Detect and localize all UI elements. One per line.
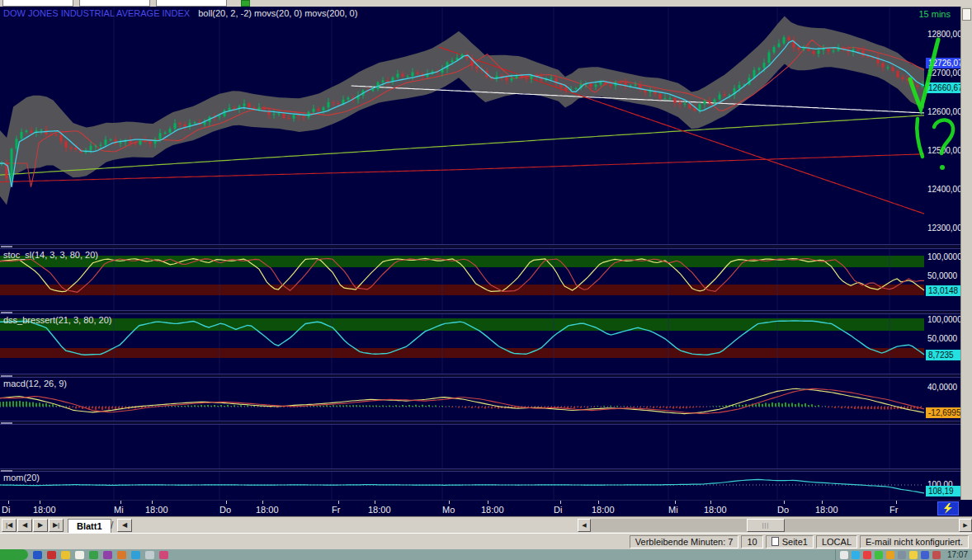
tab-divider: / — [111, 520, 113, 531]
x-axis-label: 18:00 — [368, 505, 391, 515]
panel-splitter[interactable] — [0, 468, 960, 472]
app-icon[interactable] — [61, 551, 70, 559]
macd-histogram — [0, 401, 921, 410]
time-axis: Di18:00Mi18:00Do18:00Fr18:00Mo18:00Di18:… — [0, 500, 960, 516]
tray-icon[interactable] — [909, 551, 918, 559]
stochastic-panel[interactable]: stoc_sl(14, 3, 3, 80, 20) — [0, 249, 960, 310]
chart-title-row: DOW JONES INDUSTRIAL AVERAGE INDEX boll(… — [3, 8, 357, 18]
sheet-tab-bar: |◀ ◀ ▶ ▶| Blatt1 / ◀ ◀ ||| ▶ — [0, 516, 972, 533]
tray-icon[interactable] — [863, 551, 871, 559]
dss-bressert-label: dss_bressert(21, 3, 80, 20) — [3, 315, 111, 325]
x-axis-tick — [226, 501, 227, 504]
x-axis-label: Fr — [332, 505, 340, 515]
x-axis-tick — [675, 501, 676, 504]
prev-sheet-button[interactable]: ◀ — [17, 519, 32, 532]
x-axis-tick — [262, 501, 263, 504]
macd-panel[interactable]: macd(12, 26, 9) — [0, 378, 960, 421]
lightning-button[interactable] — [937, 501, 959, 515]
app-icon[interactable] — [33, 551, 42, 559]
x-axis-label: 18:00 — [592, 505, 615, 515]
dss-bressert-panel[interactable]: dss_bressert(21, 3, 80, 20) — [0, 314, 960, 374]
momentum-panel[interactable]: mom(20) — [0, 472, 960, 500]
status-bar: Verbleibende Minuten: 710Seite1LOCALE-ma… — [0, 533, 972, 549]
panel-empty-canvas — [0, 425, 926, 468]
scroll-left-arrow-icon[interactable]: ◀ — [578, 519, 591, 532]
horizontal-scrollbar-thumb[interactable]: ||| — [747, 519, 785, 532]
tray-icon[interactable] — [898, 551, 906, 559]
toolbar-clipped — [0, 0, 972, 7]
x-axis-label: Mi — [668, 505, 678, 515]
app-icon[interactable] — [159, 551, 168, 559]
x-axis-tick — [710, 501, 711, 504]
scroll-right-arrow-icon[interactable]: ▶ — [959, 519, 972, 532]
windows-taskbar: 17:07 — [0, 549, 972, 560]
empty-indicator-panel[interactable] — [0, 425, 960, 468]
toolbar-dropdown[interactable] — [79, 0, 150, 7]
tray-icon[interactable] — [840, 551, 848, 559]
status-email: E-mail nicht konfiguriert. — [860, 535, 969, 548]
toolbar-dropdown[interactable] — [2, 0, 73, 7]
horizontal-scrollbar[interactable]: ◀ ||| ▶ — [578, 519, 972, 532]
x-axis-label: Di — [554, 505, 562, 515]
main-chart-canvas — [0, 7, 926, 244]
x-axis-tick — [560, 501, 561, 504]
tray-icon[interactable] — [852, 551, 860, 559]
x-axis-label: 18:00 — [815, 505, 838, 515]
page-icon — [771, 537, 779, 546]
x-axis-tick — [152, 501, 153, 504]
app-icon[interactable] — [131, 551, 140, 559]
tray-icon[interactable] — [921, 551, 929, 559]
toolbar-green-button[interactable] — [241, 0, 250, 7]
x-axis-label: 18:00 — [256, 505, 279, 515]
x-axis-label: Do — [777, 505, 789, 515]
main-chart-panel[interactable]: DOW JONES INDUSTRIAL AVERAGE INDEX boll(… — [0, 7, 960, 244]
taskbar-clock: 17:07 — [947, 550, 968, 559]
system-tray: 17:07 — [835, 549, 972, 560]
start-button[interactable] — [0, 549, 28, 560]
app-icon[interactable] — [117, 551, 126, 559]
x-axis-label: 18:00 — [704, 505, 727, 515]
x-axis-label: Do — [219, 505, 231, 515]
panel-mom-canvas — [0, 472, 926, 500]
stochastic-label: stoc_sl(14, 3, 3, 80, 20) — [3, 250, 98, 260]
tab-scroll-left-button[interactable]: ◀ — [117, 519, 132, 532]
x-axis-label: Mo — [442, 505, 455, 515]
threshold-zone — [0, 318, 924, 331]
app-icon[interactable] — [145, 551, 154, 559]
next-sheet-button[interactable]: ▶ — [33, 519, 48, 532]
tray-icon[interactable] — [886, 551, 894, 559]
x-axis-tick — [784, 501, 785, 504]
status-number: 10 — [741, 535, 762, 548]
panel-stoc-canvas — [0, 249, 926, 310]
tray-icon[interactable] — [875, 551, 883, 559]
last-sheet-button[interactable]: ▶| — [49, 519, 64, 532]
threshold-zone — [0, 348, 924, 358]
sheet-tab-blatt1[interactable]: Blatt1 — [68, 519, 111, 533]
x-axis-tick — [8, 501, 9, 504]
vertical-scrollbar-thumb[interactable] — [962, 8, 971, 21]
app-icon[interactable] — [47, 551, 56, 559]
x-axis-label: 18:00 — [481, 505, 504, 515]
toolbar-dropdown[interactable] — [156, 0, 227, 7]
panel-splitter[interactable] — [0, 421, 960, 425]
panel-splitter[interactable] — [0, 244, 960, 249]
x-axis-tick — [120, 501, 121, 504]
x-axis-tick — [375, 501, 375, 504]
x-axis-tick — [338, 501, 339, 504]
panel-macd-canvas — [0, 378, 926, 421]
vertical-scrollbar[interactable] — [960, 7, 972, 500]
first-sheet-button[interactable]: |◀ — [2, 519, 17, 532]
chart-indicator-params: boll(20, 2, -2) movs(20, 0) movs(200, 0) — [198, 8, 357, 18]
status-local: LOCAL — [816, 535, 857, 548]
app-icon[interactable] — [89, 551, 98, 559]
app-icon[interactable] — [103, 551, 112, 559]
app-icon[interactable] — [75, 551, 84, 559]
bollinger-band — [0, 16, 924, 205]
panel-splitter[interactable] — [0, 374, 960, 378]
tray-icon[interactable] — [932, 551, 941, 559]
x-axis-label: Di — [2, 505, 10, 515]
status-remaining-minutes: Verbleibende Minuten: 7 — [630, 535, 739, 548]
x-axis-label: Fr — [889, 505, 898, 515]
panel-splitter[interactable] — [0, 310, 960, 314]
status-sheet: Seite1 — [766, 535, 814, 548]
